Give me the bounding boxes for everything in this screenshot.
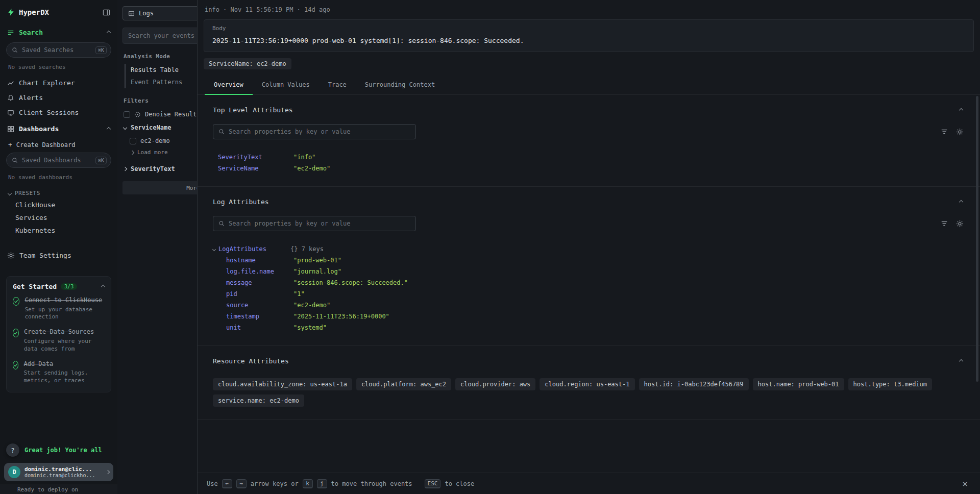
saved-searches-input[interactable]: Saved Searches ⌘K: [6, 42, 111, 58]
chevron-right-icon: [130, 150, 134, 154]
resource-tag[interactable]: host.id: i-0abc123def456789: [639, 378, 749, 390]
attribute-value[interactable]: "1": [293, 290, 305, 298]
attribute-key[interactable]: timestamp: [226, 313, 293, 320]
attribute-value[interactable]: "systemd": [293, 324, 327, 331]
sidebar-section-search[interactable]: Search: [0, 23, 117, 41]
denoise-checkbox[interactable]: [124, 111, 130, 118]
drawer-scroll-area[interactable]: info · Nov 11 5:56:19 PM · 14d ago Body …: [198, 0, 980, 473]
user-menu[interactable]: D dominic.tran@clic... dominic.tran@clic…: [4, 463, 113, 481]
filter-option-ec2-demo[interactable]: ec2-demo: [122, 135, 197, 147]
load-more-button[interactable]: Load more: [122, 147, 197, 158]
collapse-section-icon[interactable]: [959, 108, 963, 112]
attribute-row[interactable]: message "session-846.scope: Succeeded.": [213, 277, 965, 288]
attribute-value[interactable]: "2025-11-11T23:56:19+0000": [293, 313, 389, 320]
attribute-row[interactable]: log.file.name "journal.log": [213, 266, 965, 277]
more-filters-button[interactable]: More filters: [122, 181, 197, 194]
preset-item-kubernetes[interactable]: Kubernetes: [0, 224, 117, 237]
chevron-down-icon: [8, 191, 12, 195]
chevron-right-icon: [123, 167, 127, 171]
gear-icon[interactable]: [956, 128, 964, 136]
sidebar-section-dashboards[interactable]: Dashboards: [0, 120, 117, 138]
tab-surrounding-context[interactable]: Surrounding Context: [356, 75, 444, 94]
resource-tag[interactable]: service.name: ec2-demo: [213, 394, 304, 407]
get-started-header[interactable]: Get Started 3/3: [13, 283, 105, 290]
attribute-value[interactable]: "session-846.scope: Succeeded.": [293, 279, 408, 286]
sidebar-item-team-settings[interactable]: Team Settings: [0, 248, 117, 263]
property-search-input[interactable]: [229, 128, 410, 135]
filter-lines-icon[interactable]: [941, 128, 948, 135]
get-started-item[interactable]: Connect to ClickHouse Set up your databa…: [13, 297, 105, 321]
attribute-key[interactable]: source: [226, 302, 293, 309]
filter-group-severitytext[interactable]: SeverityText: [122, 162, 197, 176]
gear-icon[interactable]: [956, 220, 964, 228]
attribute-row[interactable]: hostname "prod-web-01": [213, 255, 965, 266]
event-header-line: info · Nov 11 5:56:19 PM · 14d ago: [198, 0, 980, 18]
attribute-row[interactable]: pid "1": [213, 288, 965, 300]
collapse-sidebar-icon[interactable]: [103, 9, 110, 16]
attribute-row[interactable]: unit "systemd": [213, 322, 965, 333]
mode-event-patterns[interactable]: Event Patterns: [126, 76, 197, 88]
ec2-demo-checkbox[interactable]: [130, 138, 136, 144]
attribute-key[interactable]: unit: [226, 324, 293, 331]
sidebar-item-alerts[interactable]: Alerts: [0, 90, 117, 105]
attribute-value[interactable]: "journal.log": [293, 268, 341, 275]
mode-results-table[interactable]: Results Table: [126, 64, 197, 76]
attribute-value[interactable]: "info": [293, 154, 315, 161]
preset-item-clickhouse[interactable]: ClickHouse: [0, 199, 117, 211]
attribute-value[interactable]: "ec2-demo": [293, 165, 330, 172]
sidebar-item-chart-explorer[interactable]: Chart Explorer: [0, 76, 117, 90]
arrow-left-key: ←: [222, 479, 232, 488]
resource-tag[interactable]: cloud.region: us-east-1: [540, 378, 634, 390]
presets-toggle[interactable]: PRESETS: [0, 186, 117, 199]
attribute-value[interactable]: "prod-web-01": [293, 257, 341, 264]
service-name-tag[interactable]: ServiceName: ec2-demo: [204, 58, 291, 69]
collapse-section-icon[interactable]: [959, 359, 963, 363]
property-search-input[interactable]: [229, 220, 410, 227]
search-icon: [12, 47, 18, 53]
event-search-input[interactable]: [122, 28, 197, 44]
attribute-key[interactable]: message: [226, 279, 293, 286]
filter-lines-icon[interactable]: [941, 220, 948, 227]
filter-group-label: ServiceName: [131, 124, 171, 131]
event-body-panel: Body 2025-11-11T23:56:19+0000 prod-web-0…: [204, 19, 974, 52]
help-button[interactable]: ?: [6, 443, 19, 457]
scrollbar[interactable]: [976, 96, 978, 382]
denoise-results-row[interactable]: Denoise Results: [122, 108, 197, 120]
resource-tag[interactable]: cloud.provider: aws: [455, 378, 535, 390]
attribute-row[interactable]: source "ec2-demo": [213, 300, 965, 311]
tab-trace[interactable]: Trace: [319, 75, 356, 94]
attribute-row[interactable]: ServiceName "ec2-demo": [213, 163, 965, 174]
sidebar-item-client-sessions[interactable]: Client Sessions: [0, 105, 117, 120]
attribute-value[interactable]: "ec2-demo": [293, 302, 330, 309]
attribute-key[interactable]: LogAttributes: [218, 245, 287, 253]
get-started-item[interactable]: Add Data Start sending logs, metrics, or…: [13, 360, 105, 385]
search-icon: [218, 129, 225, 135]
attribute-key[interactable]: pid: [226, 290, 293, 298]
resource-tag[interactable]: cloud.platform: aws_ec2: [356, 378, 451, 390]
create-dashboard-button[interactable]: + Create Dashboard: [0, 138, 117, 152]
get-started-card: Get Started 3/3 Connect to ClickHouse Se…: [6, 276, 111, 392]
tab-overview[interactable]: Overview: [205, 75, 253, 94]
resource-tag[interactable]: cloud.availability_zone: us-east-1a: [213, 378, 352, 390]
attribute-row[interactable]: timestamp "2025-11-11T23:56:19+0000": [213, 311, 965, 322]
attribute-key[interactable]: SeverityText: [218, 154, 293, 161]
source-selector[interactable]: Logs: [122, 6, 197, 20]
chart-icon: [7, 80, 14, 87]
collapse-section-icon[interactable]: [959, 200, 963, 204]
close-drawer-button[interactable]: ×: [962, 479, 968, 488]
attribute-key[interactable]: hostname: [226, 257, 293, 264]
tab-column-values[interactable]: Column Values: [253, 75, 319, 94]
saved-dashboards-input[interactable]: Saved Dashboards ⌘K: [6, 153, 111, 168]
filter-group-servicename[interactable]: ServiceName: [122, 120, 197, 135]
preset-item-services[interactable]: Services: [0, 211, 117, 224]
nav-label: Chart Explorer: [19, 79, 75, 87]
attribute-key[interactable]: ServiceName: [218, 165, 293, 172]
attribute-row[interactable]: SeverityText "info": [213, 152, 965, 163]
search-icon: [12, 157, 18, 163]
log-attributes-root[interactable]: LogAttributes {} 7 keys: [213, 243, 965, 255]
get-started-item[interactable]: Create Data Sources Configure where your…: [13, 328, 105, 353]
saved-searches-placeholder: Saved Searches: [22, 46, 91, 54]
resource-tag[interactable]: host.type: t3.medium: [848, 378, 933, 390]
attribute-key[interactable]: log.file.name: [226, 268, 293, 275]
resource-tag[interactable]: host.name: prod-web-01: [753, 378, 844, 390]
